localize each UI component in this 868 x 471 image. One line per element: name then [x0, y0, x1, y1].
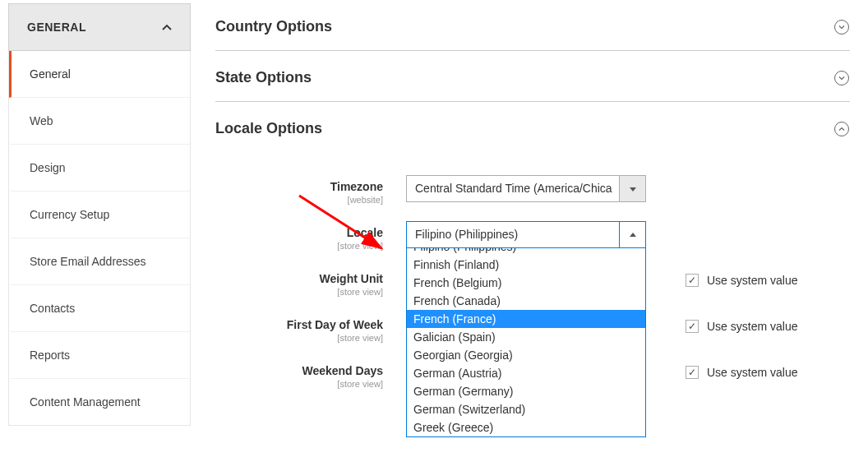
label-col: Timezone [website]: [215, 175, 406, 205]
locale-option[interactable]: Georgian (Georgia): [407, 346, 645, 364]
field-scope: [store view]: [215, 333, 383, 343]
field-label: Timezone: [330, 180, 383, 193]
locale-option[interactable]: Greek (Greece): [407, 418, 645, 436]
locale-option[interactable]: German (Austria): [407, 364, 645, 382]
chevron-down-circle-icon: [833, 70, 850, 86]
section-country-options[interactable]: Country Options: [215, 3, 850, 51]
locale-option[interactable]: French (France): [407, 310, 645, 328]
checkbox-label: Use system value: [707, 366, 797, 379]
section-state-options[interactable]: State Options: [215, 51, 850, 102]
row-timezone: Timezone [website] Central Standard Time…: [215, 175, 850, 221]
sidebar-header-title: GENERAL: [27, 21, 86, 34]
label-col: Weekend Days [store view]: [215, 359, 406, 389]
section-locale-options[interactable]: Locale Options: [215, 102, 850, 152]
sidebar-item-general[interactable]: General: [9, 51, 190, 98]
sidebar-item-label: General: [30, 67, 71, 81]
field-scope: [store view]: [215, 241, 383, 251]
field-scope: [store view]: [215, 287, 383, 297]
main-content: Country Options State Options Locale Opt…: [191, 3, 860, 471]
label-col: First Day of Week [store view]: [215, 313, 406, 343]
use-system-checkbox-weight[interactable]: ✓ Use system value: [653, 267, 797, 287]
timezone-select[interactable]: Central Standard Time (America/Chica: [406, 175, 646, 202]
sidebar-item-label: Design: [30, 161, 66, 174]
select-value: Central Standard Time (America/Chica: [406, 175, 620, 202]
locale-dropdown-list[interactable]: Estonian (Estonia)Filipino (Philippines)…: [406, 248, 646, 437]
sidebar-item-reports[interactable]: Reports: [9, 332, 190, 379]
checkbox-checked-icon: ✓: [686, 274, 699, 287]
sidebar-item-currency-setup[interactable]: Currency Setup: [9, 192, 190, 238]
sidebar-item-label: Currency Setup: [30, 208, 109, 221]
field-label: Weekend Days: [302, 364, 383, 377]
locale-option[interactable]: Finnish (Finland): [407, 256, 645, 274]
locale-option[interactable]: Filipino (Philippines): [407, 248, 645, 256]
use-system-checkbox-weekend[interactable]: ✓ Use system value: [653, 359, 797, 379]
field-label: First Day of Week: [287, 318, 383, 331]
sidebar-item-contacts[interactable]: Contacts: [9, 285, 190, 332]
field-scope: [website]: [215, 195, 383, 205]
sidebar-items: General Web Design Currency Setup Store …: [8, 51, 191, 426]
select-dropdown-button[interactable]: [620, 221, 646, 248]
label-col: Weight Unit [store view]: [215, 267, 406, 297]
section-title: Country Options: [215, 18, 332, 35]
sidebar-item-store-email-addresses[interactable]: Store Email Addresses: [9, 238, 190, 285]
field-label: Weight Unit: [319, 272, 383, 285]
locale-option[interactable]: Galician (Spain): [407, 328, 645, 346]
locale-option[interactable]: French (Belgium): [407, 274, 645, 292]
field-label: Locale: [347, 226, 383, 239]
locale-option[interactable]: German (Switzerland): [407, 400, 645, 418]
chevron-down-circle-icon: [833, 19, 850, 35]
sidebar-section-header-general[interactable]: GENERAL: [8, 3, 191, 51]
section-title: Locale Options: [215, 120, 322, 137]
sidebar-item-design[interactable]: Design: [9, 145, 190, 192]
locale-option[interactable]: French (Canada): [407, 292, 645, 310]
row-locale: Locale [store view] Filipino (Philippine…: [215, 221, 850, 267]
section-title: State Options: [215, 69, 312, 86]
locale-option[interactable]: German (Germany): [407, 382, 645, 400]
locale-options-form: Timezone [website] Central Standard Time…: [215, 152, 850, 405]
sidebar-item-label: Content Management: [30, 395, 141, 409]
use-system-checkbox-firstday[interactable]: ✓ Use system value: [653, 313, 797, 333]
label-col: Locale [store view]: [215, 221, 406, 251]
sidebar-item-label: Contacts: [30, 302, 75, 315]
field-col: Filipino (Philippines) Estonian (Estonia…: [406, 221, 653, 248]
sidebar-item-label: Web: [30, 114, 53, 127]
checkbox-checked-icon: ✓: [686, 366, 699, 379]
chevron-up-circle-icon: [833, 121, 850, 137]
field-col: Central Standard Time (America/Chica: [406, 175, 653, 202]
select-dropdown-button[interactable]: [620, 175, 646, 202]
checkbox-label: Use system value: [707, 320, 797, 333]
sidebar-item-web[interactable]: Web: [9, 98, 190, 145]
sidebar: GENERAL General Web Design Currency Setu…: [8, 3, 191, 471]
sidebar-item-label: Store Email Addresses: [30, 255, 146, 268]
locale-select[interactable]: Filipino (Philippines): [406, 221, 646, 248]
sidebar-item-label: Reports: [30, 349, 70, 362]
sidebar-item-content-management[interactable]: Content Management: [9, 379, 190, 425]
checkbox-checked-icon: ✓: [686, 320, 699, 333]
field-scope: [store view]: [215, 379, 383, 389]
select-value: Filipino (Philippines): [406, 221, 620, 248]
chevron-up-icon: [162, 22, 172, 32]
checkbox-label: Use system value: [707, 274, 797, 287]
